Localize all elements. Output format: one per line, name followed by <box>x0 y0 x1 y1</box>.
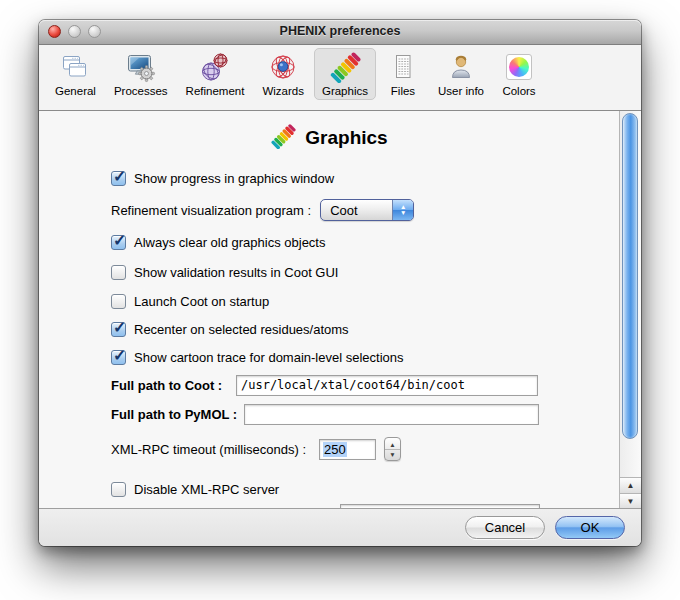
windows-icon <box>58 50 92 84</box>
field-label: XML-RPC timeout (milliseconds) : <box>111 442 306 457</box>
stepper-up-icon[interactable]: ▲ <box>389 441 395 448</box>
titlebar[interactable]: PHENIX preferences <box>39 20 641 45</box>
cartoon-trace-checkbox[interactable]: ✓ <box>111 350 126 365</box>
timeout-stepper[interactable]: ▲ ▼ <box>384 437 401 461</box>
window-title: PHENIX preferences <box>39 24 641 38</box>
viz-program-row: Refinement visualization program : Coot … <box>111 198 559 222</box>
scrollbar-thumb[interactable] <box>622 113 638 439</box>
color-wheel-icon <box>502 50 536 84</box>
checkbox-label: Recenter on selected residues/atoms <box>134 322 349 337</box>
monitor-gear-icon <box>124 50 158 84</box>
disable-xmlrpc-row: ✓ Disable XML-RPC server <box>111 477 559 501</box>
toolbar-item-wizards[interactable]: Wizards <box>254 48 312 100</box>
toolbar-label: Graphics <box>322 85 368 97</box>
checkbox-label: Launch Coot on startup <box>134 294 269 309</box>
check-icon: ✓ <box>113 231 126 250</box>
toolbar-item-files[interactable]: Files <box>378 48 428 100</box>
graphics-settings-panel: Graphics ✓ Show progress in graphics win… <box>39 111 619 509</box>
field-label: Full path to PyMOL : <box>111 407 237 422</box>
vertical-scrollbar[interactable]: ▲ ▼ <box>619 111 641 509</box>
launch-coot-checkbox[interactable]: ✓ <box>111 294 126 309</box>
person-icon <box>444 50 478 84</box>
check-icon: ✓ <box>113 318 126 337</box>
checkbox-label: Show progress in graphics window <box>134 171 334 186</box>
xmlrpc-timeout-input[interactable]: 250 <box>319 439 376 460</box>
toolbar-label: Processes <box>114 85 168 97</box>
dropdown-arrows-icon: ▲▼ <box>392 200 413 220</box>
recenter-row: ✓ Recenter on selected residues/atoms <box>111 317 559 341</box>
up-arrow-icon: ▲ <box>627 482 635 490</box>
stepper-down-icon[interactable]: ▼ <box>389 451 395 458</box>
toolbar-label: General <box>55 85 96 97</box>
checkbox-label: Always clear old graphics objects <box>134 235 325 250</box>
clear-objects-row: ✓ Always clear old graphics objects <box>111 230 559 254</box>
ok-button[interactable]: OK <box>555 516 625 539</box>
launch-coot-row: ✓ Launch Coot on startup <box>111 289 559 313</box>
toolbar-item-colors[interactable]: Colors <box>494 48 544 100</box>
rainbow-ribbon-icon <box>328 50 362 84</box>
toolbar-item-graphics[interactable]: Graphics <box>314 48 376 100</box>
check-icon: ✓ <box>113 167 126 186</box>
xmlrpc-timeout-row: XML-RPC timeout (milliseconds) : 250 ▲ ▼ <box>111 437 559 461</box>
checkbox-label: Show validation results in Coot GUI <box>134 265 338 280</box>
checkbox-label: Show cartoon trace for domain-level sele… <box>134 350 404 365</box>
toolbar-item-refinement[interactable]: Refinement <box>178 48 253 100</box>
clear-objects-checkbox[interactable]: ✓ <box>111 235 126 250</box>
selected-text: 250 <box>323 442 347 457</box>
recenter-checkbox[interactable]: ✓ <box>111 322 126 337</box>
dropdown-value: Coot <box>321 200 392 220</box>
disable-xmlrpc-checkbox[interactable]: ✓ <box>111 482 126 497</box>
cartoon-trace-row: ✓ Show cartoon trace for domain-level se… <box>111 345 559 369</box>
preferences-toolbar: General <box>39 45 641 111</box>
viz-program-dropdown[interactable]: Coot ▲▼ <box>320 199 414 221</box>
coot-path-input[interactable] <box>236 375 538 396</box>
field-label: Full path to Coot : <box>111 378 222 393</box>
document-grid-icon <box>386 50 420 84</box>
coot-path-row: Full path to Coot : <box>111 373 559 397</box>
checkbox-label: Disable XML-RPC server <box>134 482 279 497</box>
cancel-button[interactable]: Cancel <box>465 516 545 539</box>
down-arrow-icon: ▼ <box>627 498 635 506</box>
toolbar-label: Wizards <box>262 85 304 97</box>
panel-heading: Graphics <box>39 123 619 153</box>
show-progress-checkbox[interactable]: ✓ <box>111 171 126 186</box>
scroll-down-button[interactable]: ▼ <box>620 493 641 509</box>
toolbar-item-processes[interactable]: Processes <box>106 48 176 100</box>
field-label: Refinement visualization program : <box>111 203 311 218</box>
dialog-footer: Cancel OK <box>39 508 641 546</box>
molecule-spheres-icon <box>198 50 232 84</box>
show-progress-row: ✓ Show progress in graphics window <box>111 166 559 190</box>
pymol-path-input[interactable] <box>244 404 539 425</box>
toolbar-label: Files <box>391 85 415 97</box>
preferences-content: Graphics ✓ Show progress in graphics win… <box>39 111 641 509</box>
desktop: PHENIX preferences General <box>0 0 680 600</box>
check-icon: ✓ <box>113 346 126 365</box>
wireframe-sphere-icon <box>266 50 300 84</box>
toolbar-label: Refinement <box>186 85 245 97</box>
toolbar-label: User info <box>438 85 484 97</box>
pymol-path-row: Full path to PyMOL : <box>111 402 559 426</box>
page-title: Graphics <box>305 127 387 149</box>
toolbar-item-general[interactable]: General <box>47 48 104 100</box>
phenix-preferences-window: PHENIX preferences General <box>39 20 641 546</box>
validation-results-row: ✓ Show validation results in Coot GUI <box>111 260 559 284</box>
validation-results-checkbox[interactable]: ✓ <box>111 265 126 280</box>
scroll-up-button[interactable]: ▲ <box>620 477 641 493</box>
rainbow-ribbon-icon <box>270 123 296 153</box>
toolbar-label: Colors <box>502 85 535 97</box>
toolbar-item-user-info[interactable]: User info <box>430 48 492 100</box>
